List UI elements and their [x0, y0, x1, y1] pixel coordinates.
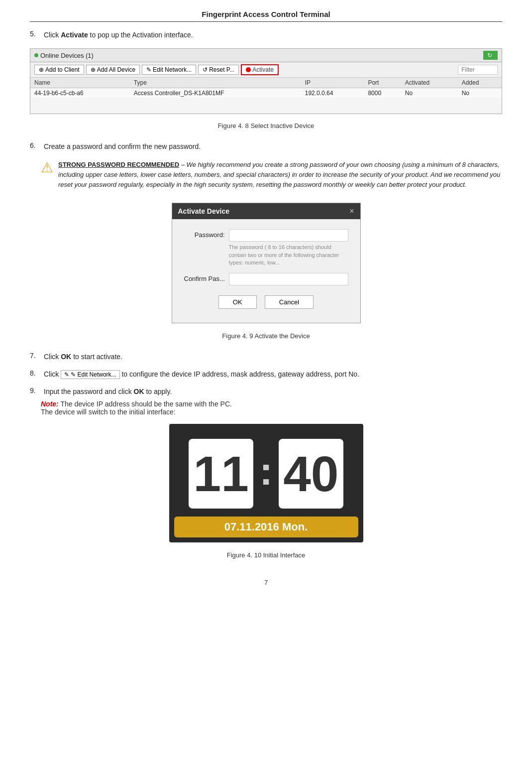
add-all-icon: ⊕: [91, 66, 96, 73]
add-client-label: Add to Client: [45, 66, 80, 73]
cell-name: 44-19-b6-c5-cb-a6: [30, 88, 130, 99]
warning-triangle-icon: ⚠: [41, 161, 53, 175]
page-number: 7: [30, 579, 502, 586]
clock-box: 11 : 40 07.11.2016 Mon.: [169, 424, 363, 542]
reset-label: Reset P...: [209, 66, 234, 73]
activate-label: Activate: [252, 66, 274, 73]
table-row-empty: [30, 99, 502, 114]
step-9-suffix: to apply.: [144, 388, 172, 395]
fig-4-9-caption: Figure 4. 9 Activate the Device: [30, 332, 502, 340]
dialog-actions: OK Cancel: [184, 291, 348, 315]
online-devices-panel: Online Devices (1) ↻ ⊕ Add to Client ⊕ A…: [30, 48, 502, 114]
dialog-container: Activate Device × Password: The password…: [30, 203, 502, 323]
step-9-text: Input the password and click OK to apply…: [44, 387, 172, 397]
note-label: Note:: [41, 400, 59, 408]
clock-inner: 11 : 40: [169, 424, 363, 509]
devices-table: Name Type IP Port Activated Added 44-19-…: [30, 78, 502, 114]
password-field-row: Password: The password ( 8 to 16 charact…: [184, 229, 348, 266]
step-9-notes: Note: The device IP address should be th…: [41, 400, 502, 416]
filter-input[interactable]: [458, 65, 498, 75]
table-header-row: Name Type IP Port Activated Added: [30, 78, 502, 88]
password-hint: The password ( 8 to 16 characters) shoul…: [229, 244, 348, 266]
col-activated: Activated: [401, 78, 458, 88]
step-8-suffix: to configure the device IP address, mask…: [121, 370, 359, 378]
step-5-bold: Activate: [61, 31, 88, 39]
step-7-number: 7.: [30, 352, 41, 360]
clock-hour: 11: [194, 449, 249, 499]
step-9-prefix: Input the password and click: [44, 388, 134, 395]
step-6: 6. Create a password and confirm the new…: [30, 141, 502, 345]
cell-activated: No: [401, 88, 458, 99]
table-row: 44-19-b6-c5-cb-a6 Access Controller_DS-K…: [30, 88, 502, 99]
panel-header-text: Online Devices (1): [40, 52, 94, 59]
hour-card: 11: [189, 439, 253, 509]
dialog-title: Activate Device: [178, 207, 230, 215]
edit-network-label: Edit Network...: [153, 66, 192, 73]
green-dot-icon: [34, 53, 38, 57]
refresh-button[interactable]: ↻: [483, 51, 498, 60]
note-text-1: The device IP address should be the same…: [60, 400, 232, 408]
cell-ip: 192.0.0.64: [301, 88, 364, 99]
cell-port: 8000: [364, 88, 401, 99]
dialog-ok-button[interactable]: OK: [218, 295, 257, 309]
step-7-suffix: to start activate.: [73, 353, 122, 361]
step-8: 8. Click ✎ ✎ Edit Network... to configur…: [30, 369, 502, 380]
refresh-icon: ↻: [487, 52, 492, 59]
warning-box: ⚠ STRONG PASSWORD RECOMMENDED – We highl…: [41, 160, 502, 190]
step-5-number: 5.: [30, 30, 41, 38]
clock-minute: 40: [283, 449, 338, 499]
step-7-text: Click OK to start activate.: [44, 352, 122, 362]
password-input[interactable]: [229, 229, 348, 242]
clock-container: 11 : 40 07.11.2016 Mon.: [30, 424, 502, 542]
confirm-password-input[interactable]: [229, 273, 348, 285]
step-5-suffix: to pop up the Activation interface.: [90, 31, 193, 39]
step-9-number: 9.: [30, 387, 41, 394]
dialog-cancel-button[interactable]: Cancel: [265, 295, 314, 309]
password-label: Password:: [184, 229, 229, 239]
fig-4-10-caption: Figure 4. 10 Initial Interface: [30, 551, 502, 559]
edit-network-inline-label: ✎ Edit Network...: [71, 371, 116, 378]
warning-bold-label: STRONG PASSWORD RECOMMENDED: [58, 161, 179, 168]
step-6-text: Create a password and confirm the new pa…: [44, 141, 201, 152]
clock-colon: :: [259, 439, 273, 509]
step-8-text: Click ✎ ✎ Edit Network... to configure t…: [44, 369, 359, 380]
activate-button[interactable]: Activate: [241, 64, 279, 75]
col-port: Port: [364, 78, 401, 88]
panel-header-left: Online Devices (1): [34, 52, 94, 59]
step-8-number: 8.: [30, 369, 41, 377]
step-7-bold: OK: [61, 353, 71, 361]
add-to-client-button[interactable]: ⊕ Add to Client: [34, 65, 84, 75]
cell-type: Access Controller_DS-K1A801MF: [130, 88, 301, 99]
dialog-close-button[interactable]: ×: [349, 207, 354, 215]
page-title: Fingerprint Access Control Terminal: [30, 10, 502, 22]
edit-network-button[interactable]: ✎ Edit Network...: [142, 65, 196, 75]
password-input-col: The password ( 8 to 16 characters) shoul…: [229, 229, 348, 266]
col-ip: IP: [301, 78, 364, 88]
activate-dot-icon: [246, 67, 251, 72]
note-2: The device will switch to the initial in…: [41, 408, 502, 416]
confirm-label: Confirm Pas...: [184, 273, 229, 282]
add-client-icon: ⊕: [39, 66, 44, 73]
fig-4-8-caption: Figure 4. 8 Select Inactive Device: [30, 122, 502, 130]
note-1: Note: The device IP address should be th…: [41, 400, 502, 408]
reset-password-button[interactable]: ↺ Reset P...: [198, 65, 239, 75]
minute-card: 40: [279, 439, 343, 509]
add-all-device-button[interactable]: ⊕ Add All Device: [86, 65, 140, 75]
dialog-title-bar: Activate Device ×: [172, 203, 360, 219]
dialog-body: Password: The password ( 8 to 16 charact…: [172, 219, 360, 322]
filter-container: [458, 65, 498, 75]
confirm-input-col: [229, 273, 348, 285]
panel-toolbar: ⊕ Add to Client ⊕ Add All Device ✎ Edit …: [30, 62, 502, 78]
warning-text: STRONG PASSWORD RECOMMENDED – We highly …: [58, 160, 502, 190]
step-5-text: Click Activate to pop up the Activation …: [44, 30, 193, 40]
edit-network-inline-button[interactable]: ✎ ✎ Edit Network...: [61, 370, 119, 379]
confirm-field-row: Confirm Pas...: [184, 273, 348, 285]
reset-icon: ↺: [203, 66, 208, 73]
clock-date: 07.11.2016 Mon.: [174, 517, 358, 537]
panel-header: Online Devices (1) ↻: [30, 49, 502, 62]
step-7: 7. Click OK to start activate.: [30, 352, 502, 362]
edit-network-inline-icon: ✎: [64, 371, 69, 378]
activate-device-dialog: Activate Device × Password: The password…: [172, 203, 361, 323]
step-8-prefix: Click: [44, 370, 61, 378]
step-6-number: 6.: [30, 141, 41, 149]
